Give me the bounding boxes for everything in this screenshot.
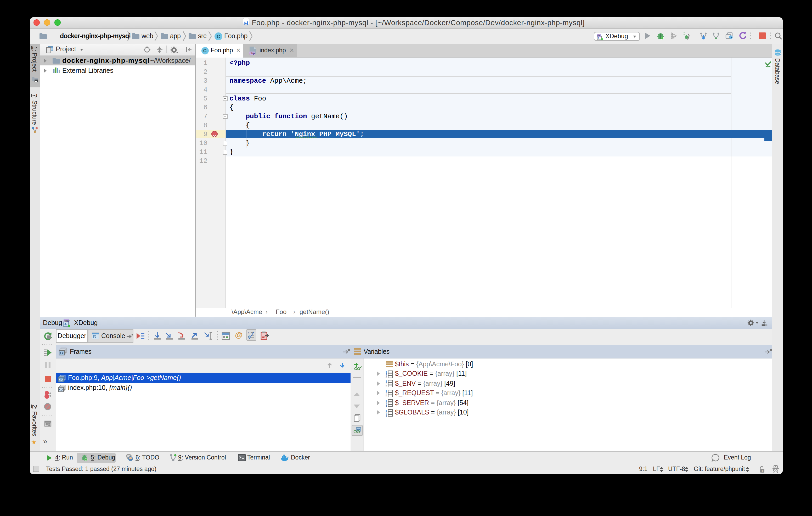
svg-text:T: T [761, 469, 763, 472]
svg-text:php: php [597, 34, 602, 37]
svg-text:3: 3 [385, 404, 387, 407]
svg-text:3: 3 [385, 375, 387, 378]
svg-text:3: 3 [385, 385, 387, 387]
svg-text:3: 3 [385, 414, 387, 416]
svg-text:3: 3 [385, 395, 387, 397]
svg-text:php: php [250, 52, 255, 55]
